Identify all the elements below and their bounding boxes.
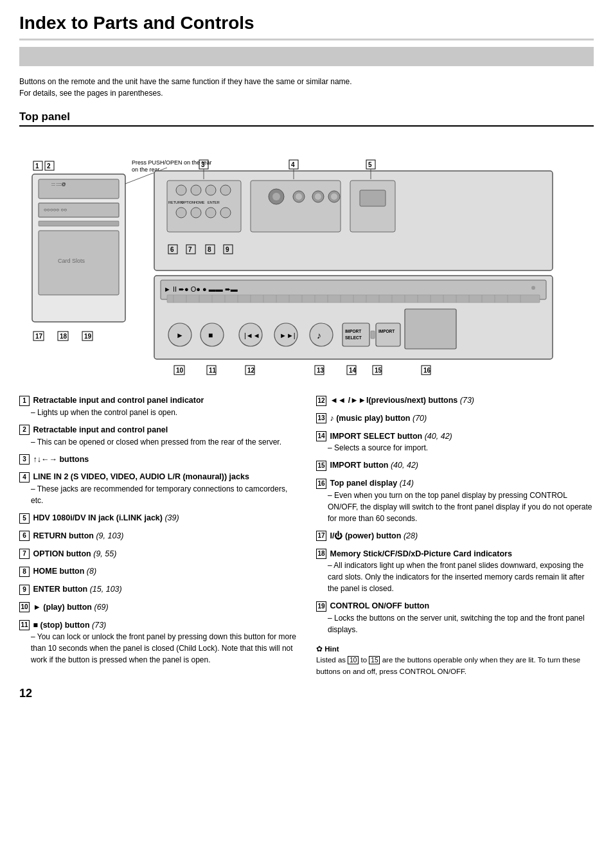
- svg-point-43: [331, 193, 337, 200]
- svg-text:○○○○○ ○○: ○○○○○ ○○: [44, 207, 67, 213]
- desc-item-15: 15 IMPORT button (40, 42): [316, 459, 594, 472]
- svg-rect-109: [371, 331, 375, 339]
- left-col: 1 Retractable input and control panel in…: [19, 394, 297, 677]
- desc-item-10: 10 ► (play) button (69): [19, 601, 297, 614]
- hint-box: ✿ Hint Listed as 10 to 15 are the button…: [316, 643, 594, 677]
- page-number: 12: [19, 687, 594, 700]
- desc-item-17: 17 I/⏻ (power) button (28): [316, 530, 594, 542]
- descriptions: 1 Retractable input and control panel in…: [19, 394, 594, 677]
- svg-point-41: [315, 193, 321, 200]
- svg-text:12: 12: [247, 367, 255, 374]
- diagram-area: ::: ::::@ ○○○○○ ○○ Card Slots Press PUSH…: [19, 136, 594, 382]
- desc-item-16: 16 Top panel display (14) – Even when yo…: [316, 477, 594, 524]
- svg-text:19: 19: [84, 333, 92, 340]
- top-panel-diagram: ::: ::::@ ○○○○○ ○○ Card Slots Press PUSH…: [19, 136, 578, 380]
- svg-text:1: 1: [35, 163, 39, 170]
- desc-item-6: 6 RETURN button (9, 103): [19, 530, 297, 542]
- svg-rect-45: [360, 190, 386, 206]
- svg-rect-35: [251, 181, 341, 232]
- svg-text:OPTION: OPTION: [181, 200, 195, 204]
- svg-point-104: [310, 323, 333, 346]
- svg-text:11: 11: [209, 367, 217, 374]
- svg-text:►►|: ►►|: [280, 332, 296, 339]
- desc-item-13: 13 ♪ (music play) button (70): [316, 412, 594, 425]
- svg-point-34: [220, 208, 231, 218]
- svg-rect-112: [405, 309, 456, 349]
- desc-item-1: 1 Retractable input and control panel in…: [19, 394, 297, 418]
- section-title: Top panel: [19, 111, 594, 127]
- svg-text:3: 3: [201, 161, 205, 168]
- svg-point-32: [191, 208, 201, 218]
- desc-item-14: 14 IMPORT SELECT button (40, 42) – Selec…: [316, 430, 594, 454]
- svg-text:15: 15: [375, 367, 382, 374]
- desc-item-7: 7 OPTION button (9, 55): [19, 548, 297, 560]
- svg-text:13: 13: [317, 367, 324, 374]
- svg-text:8: 8: [208, 246, 211, 253]
- svg-text:2: 2: [47, 163, 51, 170]
- desc-item-4: 4 LINE IN 2 (S VIDEO, VIDEO, AUDIO L/R (…: [19, 471, 297, 506]
- svg-text:IMPORT: IMPORT: [345, 329, 361, 333]
- svg-point-33: [206, 208, 216, 218]
- svg-rect-5: [39, 221, 119, 226]
- desc-item-8: 8 HOME button (8): [19, 565, 297, 578]
- desc-item-3: 3 ↑↓←→ buttons: [19, 454, 297, 466]
- svg-text:6: 6: [170, 246, 174, 253]
- svg-point-95: [531, 286, 535, 290]
- svg-rect-110: [376, 323, 400, 346]
- intro-text: Buttons on the remote and the unit have …: [19, 76, 594, 99]
- desc-item-18: 18 Memory Stick/CF/SD/xD-Picture Card in…: [316, 548, 594, 595]
- svg-text:Card Slots: Card Slots: [58, 258, 85, 264]
- svg-text:►: ►: [176, 331, 184, 340]
- svg-point-31: [176, 208, 186, 218]
- svg-rect-106: [342, 323, 369, 346]
- desc-item-11: 11 ■ (stop) button (73) – You can lock o…: [19, 619, 297, 666]
- desc-item-9: 9 ENTER button (15, 103): [19, 583, 297, 596]
- svg-text:SELECT: SELECT: [345, 335, 362, 340]
- svg-text:14: 14: [349, 367, 357, 374]
- svg-text:IMPORT: IMPORT: [378, 329, 395, 333]
- gray-bar: [19, 47, 594, 66]
- svg-point-24: [191, 185, 201, 195]
- svg-text:4: 4: [291, 161, 295, 168]
- svg-text:► II ➨● O● ● ▬▬ ➨▬: ► II ➨● O● ● ▬▬ ➨▬: [164, 285, 238, 293]
- svg-text:17: 17: [35, 333, 43, 340]
- svg-point-26: [220, 185, 231, 195]
- svg-text:16: 16: [423, 367, 431, 374]
- svg-rect-1: [39, 179, 119, 199]
- desc-item-5: 5 HDV 1080i/DV IN jack (i.LINK jack) (39…: [19, 512, 297, 524]
- svg-text:10: 10: [176, 367, 184, 374]
- svg-text:■: ■: [208, 331, 213, 340]
- svg-text:7: 7: [188, 246, 192, 253]
- svg-point-25: [206, 185, 216, 195]
- svg-text:18: 18: [60, 333, 67, 340]
- svg-text:|◄◄: |◄◄: [244, 332, 260, 339]
- svg-point-23: [176, 185, 186, 195]
- svg-point-39: [296, 193, 302, 200]
- svg-text:♪: ♪: [317, 330, 321, 341]
- desc-item-19: 19 CONTROL ON/OFF button – Locks the but…: [316, 600, 594, 635]
- desc-item-12: 12 ◄◄ /►►I(previous/next) buttons (73): [316, 394, 594, 407]
- desc-item-2: 2 Retractable input and control panel – …: [19, 424, 297, 448]
- svg-text:5: 5: [368, 161, 372, 168]
- svg-text:HOME: HOME: [194, 200, 205, 204]
- svg-text:9: 9: [226, 246, 229, 253]
- svg-point-37: [272, 193, 280, 200]
- svg-text:ENTER: ENTER: [208, 200, 220, 204]
- svg-text:::: ::::@: ::: ::::@: [51, 182, 66, 186]
- right-col: 12 ◄◄ /►►I(previous/next) buttons (73) 1…: [316, 394, 594, 677]
- page-title: Index to Parts and Controls: [19, 13, 594, 40]
